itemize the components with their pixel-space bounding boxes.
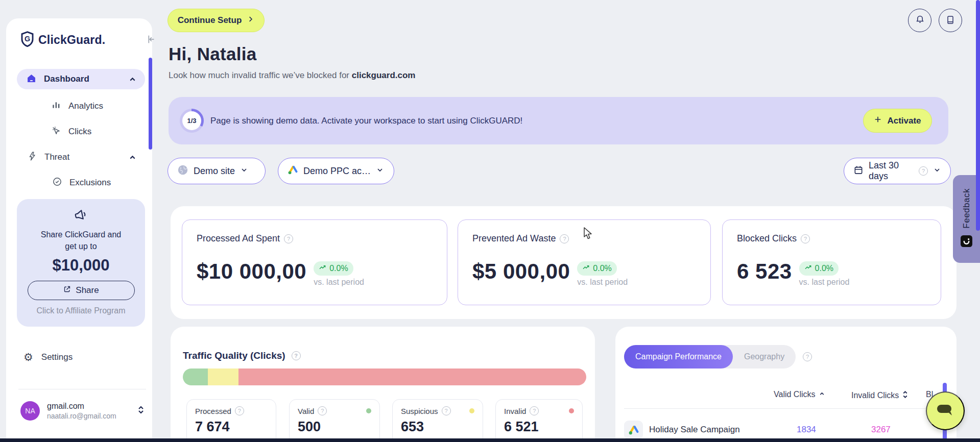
- date-range-value: Last 30 days: [869, 160, 914, 182]
- activate-label: Activate: [887, 116, 921, 126]
- sidebar-item-analytics[interactable]: Analytics: [51, 96, 103, 116]
- campaign-name: Holiday Sale Campaign: [649, 425, 740, 435]
- traffic-quality-bar: [183, 369, 586, 385]
- stat-change: 0.0%: [329, 264, 348, 273]
- page-title: Hi, Natalia: [169, 44, 257, 64]
- panel-tabs: Campaign Performance Geography: [624, 345, 796, 369]
- sort-both-icon: [902, 390, 909, 401]
- metric-value: 6 521: [504, 419, 574, 435]
- tab-geography[interactable]: Geography: [733, 352, 796, 361]
- bar-chart-icon: [51, 100, 61, 112]
- metric-label: Invalid: [504, 407, 526, 415]
- promo-footer: Click to Affiliate Program: [17, 306, 145, 315]
- sidebar-item-threat[interactable]: Threat: [27, 147, 145, 167]
- sidebar-item-label: Analytics: [68, 101, 103, 111]
- banner-message: Page is showing demo data. Activate your…: [210, 116, 522, 126]
- stat-change: 0.0%: [593, 264, 611, 273]
- setup-progress-ring: 1/3: [180, 109, 204, 133]
- continue-setup-button[interactable]: Continue Setup: [168, 9, 265, 32]
- metric-value: 653: [401, 419, 474, 435]
- page-scrollbar[interactable]: [976, 0, 980, 231]
- share-button-label: Share: [76, 285, 99, 296]
- site-selector-value: Demo site: [194, 166, 235, 177]
- column-label: Valid Clicks: [774, 390, 816, 399]
- column-header-valid-clicks[interactable]: Valid Clicks: [774, 390, 825, 399]
- site-selector[interactable]: Demo site: [168, 158, 266, 184]
- avatar: NA: [20, 401, 40, 421]
- metric-label: Suspicious: [401, 407, 438, 415]
- chevron-up-icon: [128, 153, 137, 164]
- promo-amount: $10,000: [17, 256, 145, 275]
- account-email: naatali.ro@gmail.com: [47, 412, 137, 420]
- invalid-clicks-value: 3267: [871, 425, 891, 435]
- sidebar-item-exclusions[interactable]: Exclusions: [52, 173, 111, 193]
- sidebar-item-label: Threat: [44, 152, 69, 162]
- metric-label: Processed: [195, 407, 231, 415]
- tab-campaign-performance[interactable]: Campaign Performance: [624, 345, 733, 369]
- plus-icon: [874, 115, 882, 126]
- bar-segment-suspicious: [208, 369, 238, 385]
- subtitle-domain: clickguard.com: [352, 70, 416, 80]
- chevron-down-icon: [933, 166, 941, 177]
- badge-check-icon: [52, 177, 62, 189]
- ppc-account-selector[interactable]: Demo PPC ac…: [278, 158, 394, 184]
- knowledge-base-button[interactable]: [939, 9, 962, 32]
- setup-progress-step: 1/3: [182, 111, 201, 130]
- help-icon[interactable]: ?: [530, 406, 539, 415]
- sidebar-scrollbar[interactable]: [149, 58, 152, 150]
- share-button[interactable]: Share: [28, 281, 135, 300]
- smiley-logo-icon: [960, 235, 973, 250]
- collapse-sidebar-icon[interactable]: [145, 34, 156, 47]
- ppc-account-value: Demo PPC ac…: [303, 166, 371, 177]
- subtitle-text: Look how much invalid traffic we’ve bloc…: [169, 70, 349, 80]
- sidebar-item-settings[interactable]: ⚙ Settings: [23, 351, 73, 363]
- help-icon[interactable]: ?: [318, 406, 327, 415]
- metric-value: 500: [298, 419, 371, 435]
- notifications-button[interactable]: [908, 9, 931, 32]
- help-icon[interactable]: ?: [235, 406, 244, 415]
- sidebar: G ClickGuard. Dashboard Analytics: [6, 18, 152, 442]
- stat-value: $10 000,00: [197, 259, 306, 284]
- stat-card-blocked-clicks: Blocked Clicks ? 6 523 0.0% vs. last per…: [722, 219, 941, 305]
- globe-icon: [177, 164, 188, 178]
- chat-widget-button[interactable]: [926, 391, 965, 430]
- calendar-icon: [853, 165, 864, 178]
- metric-label: Valid: [298, 407, 314, 415]
- metric-card-invalid: Invalid ? 6 521 0.00%: [495, 399, 583, 442]
- chevron-right-icon: [247, 15, 254, 26]
- stat-change: 0.0%: [815, 264, 833, 273]
- bar-segment-invalid: [238, 369, 586, 385]
- help-icon[interactable]: ?: [442, 406, 451, 415]
- affiliate-promo-card[interactable]: Share ClickGuard and get up to $10,000 S…: [17, 199, 145, 327]
- help-icon[interactable]: ?: [801, 234, 810, 243]
- continue-setup-label: Continue Setup: [178, 15, 242, 26]
- chevron-down-icon: [376, 166, 384, 177]
- help-icon[interactable]: ?: [803, 352, 812, 361]
- metric-card-processed: Processed ? 7 674 0.00%: [186, 399, 276, 442]
- stat-label: Processed Ad Spent: [197, 233, 280, 244]
- mouse-cursor: [583, 227, 595, 242]
- metric-value: 7 674: [195, 419, 268, 435]
- help-icon[interactable]: ?: [919, 166, 928, 176]
- chevron-up-icon: [128, 75, 137, 86]
- chevron-up-down-icon: [137, 405, 145, 417]
- page-subtitle: Look how much invalid traffic we’ve bloc…: [169, 70, 415, 81]
- cursor-click-icon: [51, 126, 61, 138]
- sidebar-item-dashboard[interactable]: Dashboard: [17, 69, 145, 89]
- date-range-selector[interactable]: Last 30 days ?: [844, 158, 951, 184]
- stat-label: Blocked Clicks: [737, 233, 797, 244]
- help-icon[interactable]: ?: [560, 234, 569, 243]
- activate-button[interactable]: Activate: [863, 109, 932, 133]
- valid-clicks-value: 1834: [797, 425, 816, 435]
- stat-compare: vs. last period: [799, 278, 850, 287]
- help-icon[interactable]: ?: [292, 351, 301, 360]
- help-icon[interactable]: ?: [284, 234, 293, 243]
- column-header-invalid-clicks[interactable]: Invalid Clicks: [851, 390, 909, 401]
- megaphone-icon: [71, 206, 90, 226]
- sidebar-item-clicks[interactable]: Clicks: [51, 121, 91, 142]
- tab-label: Campaign Performance: [635, 352, 722, 361]
- account-name: gmail.com: [47, 402, 137, 411]
- feedback-label: Feedback: [962, 188, 972, 229]
- stat-compare: vs. last period: [577, 278, 628, 287]
- account-switcher[interactable]: NA gmail.com naatali.ro@gmail.com: [20, 399, 145, 423]
